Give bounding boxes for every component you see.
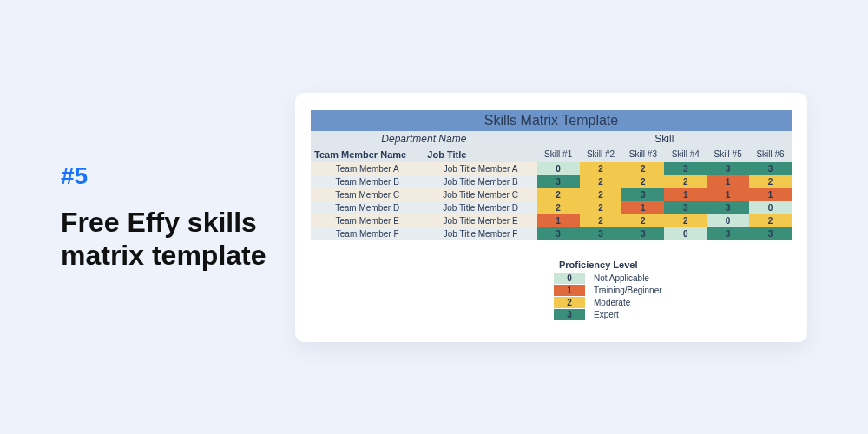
skills-matrix-table: Skills Matrix Template Department Name S…: [311, 110, 792, 240]
legend-swatch: 0: [554, 273, 585, 284]
skill-cell: 3: [537, 227, 580, 240]
table-row: Team Member CJob Title Member C223111: [311, 188, 792, 201]
skill-cell: 2: [621, 175, 664, 188]
skill-header: Skill #5: [707, 147, 749, 162]
legend-row: 3Expert: [554, 309, 792, 320]
name-header: Team Member Name: [311, 147, 424, 162]
skill-header: Skill #4: [664, 147, 707, 162]
skill-cell: 3: [707, 201, 749, 214]
skill-cell: 1: [707, 188, 749, 201]
skill-cell: 2: [580, 175, 622, 188]
skill-header: Skill #3: [621, 147, 664, 162]
table-row: Team Member DJob Title Member D221330: [311, 201, 792, 214]
skill-cell: 2: [537, 201, 580, 214]
job-header: Job Title: [424, 147, 536, 162]
legend-row: 2Moderate: [554, 297, 792, 308]
legend-title: Proficiency Level: [559, 260, 792, 270]
skill-cell: 1: [707, 175, 749, 188]
legend-swatch: 1: [554, 285, 585, 296]
skill-cell: 2: [580, 201, 622, 214]
skill-cell: 1: [749, 188, 792, 201]
skill-cell: 0: [707, 214, 749, 227]
legend-row: 0Not Applicable: [554, 273, 792, 284]
skill-cell: 3: [621, 227, 664, 240]
skill-cell: 0: [749, 201, 792, 214]
member-job: Job Title Member E: [424, 214, 536, 227]
legend-items: 0Not Applicable1Training/Beginner2Modera…: [554, 273, 792, 320]
member-job: Job Title Member F: [424, 227, 536, 240]
legend: Proficiency Level 0Not Applicable1Traini…: [554, 260, 792, 320]
legend-swatch: 2: [554, 297, 585, 308]
legend-swatch: 3: [554, 309, 585, 320]
template-card: Skills Matrix Template Department Name S…: [295, 93, 807, 342]
member-name: Team Member B: [311, 175, 424, 188]
skill-cell: 3: [749, 227, 792, 240]
department-label: Department Name: [311, 131, 537, 147]
skill-cell: 1: [621, 201, 664, 214]
skill-cell: 2: [537, 188, 580, 201]
column-header-row: Team Member Name Job Title Skill #1 Skil…: [311, 147, 792, 162]
skill-cell: 2: [749, 175, 792, 188]
skill-cell: 3: [707, 162, 749, 175]
skill-cell: 3: [580, 227, 622, 240]
skill-cell: 3: [537, 175, 580, 188]
member-name: Team Member C: [311, 188, 424, 201]
table-row: Team Member AJob Title Member A022333: [311, 162, 792, 175]
member-name: Team Member D: [311, 201, 424, 214]
item-number: #5: [61, 162, 269, 190]
legend-label: Moderate: [594, 298, 630, 307]
skill-header: Skill #6: [749, 147, 792, 162]
matrix-title-row: Skills Matrix Template: [311, 110, 792, 131]
skill-cell: 2: [621, 162, 664, 175]
legend-label: Expert: [594, 310, 619, 319]
skill-cell: 2: [664, 175, 707, 188]
member-job: Job Title Member C: [424, 188, 536, 201]
skill-cell: 0: [537, 162, 580, 175]
skill-cell: 3: [664, 162, 707, 175]
legend-label: Training/Beginner: [594, 286, 662, 295]
member-job: Job Title Member B: [424, 175, 536, 188]
skill-cell: 2: [580, 162, 622, 175]
skill-cell: 2: [621, 214, 664, 227]
left-column: #5 Free Effy skills matrix template: [61, 162, 269, 273]
skill-cell: 2: [580, 214, 622, 227]
skill-cell: 3: [664, 201, 707, 214]
matrix-body: Team Member AJob Title Member A022333Tea…: [311, 162, 792, 240]
table-row: Team Member BJob Title Member B322212: [311, 175, 792, 188]
skill-header: Skill #1: [537, 147, 580, 162]
skill-cell: 1: [537, 214, 580, 227]
skill-group-label: Skill: [537, 131, 792, 147]
skill-cell: 1: [664, 188, 707, 201]
skill-cell: 2: [580, 188, 622, 201]
legend-label: Not Applicable: [594, 273, 649, 283]
skill-cell: 0: [664, 227, 707, 240]
legend-row: 1Training/Beginner: [554, 285, 792, 296]
skill-header: Skill #2: [580, 147, 622, 162]
skill-cell: 3: [749, 162, 792, 175]
group-header-row: Department Name Skill: [311, 131, 792, 147]
member-name: Team Member E: [311, 214, 424, 227]
table-row: Team Member EJob Title Member E122202: [311, 214, 792, 227]
member-name: Team Member F: [311, 227, 424, 240]
member-job: Job Title Member D: [424, 201, 536, 214]
member-name: Team Member A: [311, 162, 424, 175]
skill-cell: 2: [749, 214, 792, 227]
headline: Free Effy skills matrix template: [61, 206, 269, 273]
table-row: Team Member FJob Title Member F333033: [311, 227, 792, 240]
skill-cell: 3: [621, 188, 664, 201]
member-job: Job Title Member A: [424, 162, 536, 175]
skill-cell: 2: [664, 214, 707, 227]
skill-cell: 3: [707, 227, 749, 240]
matrix-title: Skills Matrix Template: [311, 110, 792, 131]
